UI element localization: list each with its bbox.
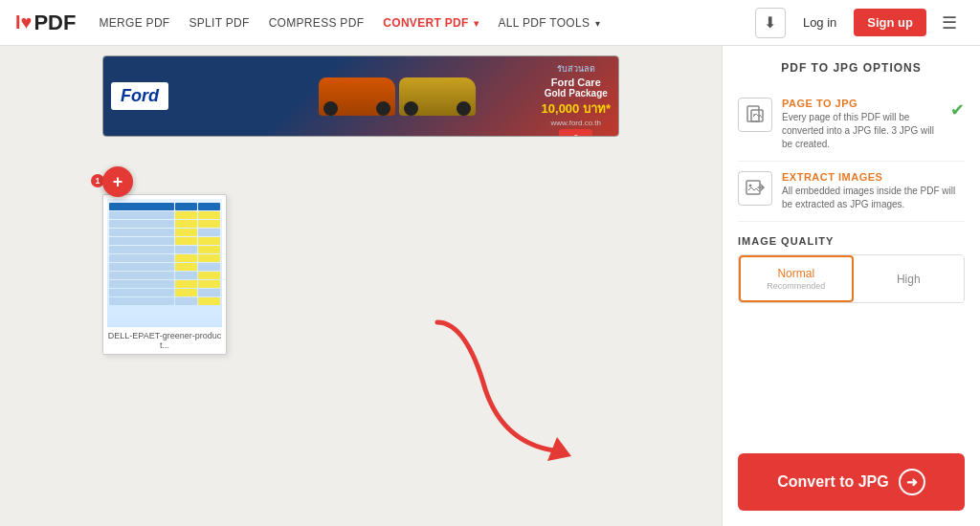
option1-check-icon: ✔ <box>950 99 965 121</box>
pdf-inner <box>107 199 222 327</box>
left-content: Ford รับส่วนลด Ford Care Gold Package 10… <box>0 46 722 526</box>
option1-label: PAGE TO JPG <box>782 98 941 109</box>
logo: I♥ PDF <box>15 11 76 35</box>
page-to-jpg-option[interactable]: PAGE TO JPG Every page of this PDF will … <box>738 88 965 162</box>
quality-buttons: Normal Recommended High <box>738 254 965 303</box>
svg-point-5 <box>749 185 752 187</box>
svg-marker-0 <box>547 437 571 461</box>
pdf-area: DELL-EPAET-greener-product... 1 + <box>102 194 227 355</box>
quality-label: IMAGE QUALITY <box>738 235 965 247</box>
logo-pdf: PDF <box>33 11 76 35</box>
svg-point-3 <box>753 114 755 116</box>
ad-title: Ford Care <box>542 77 611 88</box>
ad-click-button[interactable]: คลิก <box>559 129 592 137</box>
extract-images-option[interactable]: EXTRACT IMAGES All embedded images insid… <box>738 162 965 222</box>
quality-high-button[interactable]: High <box>854 255 965 302</box>
svg-rect-1 <box>747 106 759 121</box>
all-tools-arrow-icon: ▾ <box>595 18 600 29</box>
option2-label: EXTRACT IMAGES <box>782 171 965 183</box>
add-file-button[interactable]: + <box>102 166 133 197</box>
nav: MERGE PDF SPLIT PDF COMPRESS PDF CONVERT… <box>99 16 731 30</box>
option2-text: EXTRACT IMAGES All embedded images insid… <box>782 171 965 211</box>
pdf-filename: DELL-EPAET-greener-product... <box>107 331 222 350</box>
menu-button[interactable]: ☰ <box>934 9 965 37</box>
ford-logo: Ford <box>111 82 168 110</box>
convert-btn-area: Convert to JPG ➜ <box>738 442 965 511</box>
logo-heart: I♥ <box>15 11 32 33</box>
signup-button[interactable]: Sign up <box>854 9 926 36</box>
nav-merge[interactable]: MERGE PDF <box>99 16 169 30</box>
arrow-indicator <box>409 313 600 470</box>
nav-all-tools[interactable]: ALL PDF TOOLS ▾ <box>499 16 601 30</box>
panel-title: PDF TO JPG OPTIONS <box>738 61 965 75</box>
ad-subtitle: Gold Package <box>542 88 611 99</box>
convert-arrow-icon: ▾ <box>474 18 479 29</box>
download-icon-button[interactable]: ⬇ <box>755 8 786 38</box>
nav-convert[interactable]: CONVERT PDF ▾ <box>383 16 479 30</box>
header: I♥ PDF MERGE PDF SPLIT PDF COMPRESS PDF … <box>0 0 980 46</box>
page-to-jpg-icon <box>738 98 772 132</box>
ad-text-area: รับส่วนลด Ford Care Gold Package 10,000 … <box>542 62 611 137</box>
option2-desc: All embedded images inside the PDF will … <box>782 185 965 211</box>
nav-split[interactable]: SPLIT PDF <box>189 16 249 30</box>
nav-compress[interactable]: COMPRESS PDF <box>269 16 365 30</box>
login-button[interactable]: Log in <box>793 10 846 35</box>
quality-normal-button[interactable]: Normal Recommended <box>739 255 854 302</box>
ad-price: 10,000 บาท* <box>542 99 611 119</box>
right-panel: PDF TO JPG OPTIONS PAGE TO JPG Every pag… <box>722 46 980 526</box>
quality-section: IMAGE QUALITY Normal Recommended High <box>738 235 965 303</box>
main-layout: Ford รับส่วนลด Ford Care Gold Package 10… <box>0 46 980 526</box>
option1-desc: Every page of this PDF will be converted… <box>782 111 941 151</box>
header-actions: ⬇ Log in Sign up ☰ <box>755 8 965 38</box>
pdf-thumbnail: DELL-EPAET-greener-product... <box>102 194 227 355</box>
ad-banner[interactable]: Ford รับส่วนลด Ford Care Gold Package 10… <box>102 55 619 137</box>
extract-images-icon <box>738 171 772 206</box>
convert-arrow-circle-icon: ➜ <box>899 469 925 495</box>
option1-text: PAGE TO JPG Every page of this PDF will … <box>782 98 941 151</box>
convert-to-jpg-button[interactable]: Convert to JPG ➜ <box>738 453 965 511</box>
